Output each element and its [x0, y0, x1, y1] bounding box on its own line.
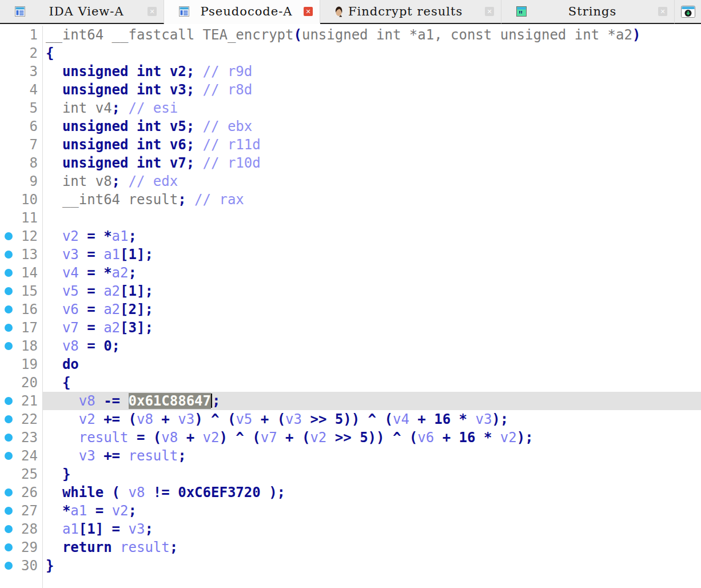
code-text[interactable]: __int64 result; // rax: [43, 190, 701, 209]
code-token[interactable]: v4: [62, 265, 79, 281]
code-filler[interactable]: [43, 575, 701, 588]
code-text[interactable]: v2 = *a1;: [43, 227, 701, 245]
code-token[interactable]: v4: [393, 411, 409, 427]
code-token[interactable]: int v4: [62, 100, 112, 116]
code-token[interactable]: = *: [79, 265, 112, 281]
breakpoint-dot-icon[interactable]: [5, 287, 13, 295]
code-token[interactable]: = *: [79, 228, 112, 244]
code-text[interactable]: unsigned int v2; // r9d: [43, 62, 701, 81]
code-token[interactable]: __int64 result: [62, 192, 178, 208]
code-token[interactable]: int v8: [62, 173, 112, 189]
code-text[interactable]: unsigned int v5; // ebx: [43, 117, 701, 136]
code-text[interactable]: {: [43, 44, 701, 62]
breakpoint-dot-icon[interactable]: [5, 488, 13, 496]
code-token[interactable]: = (: [129, 430, 162, 446]
code-text[interactable]: v2 += (v8 + v3) ^ (v5 + (v3 >> 5)) ^ (v4…: [43, 410, 701, 428]
code-text[interactable]: __int64 __fastcall TEA_encrypt(unsigned …: [43, 26, 701, 44]
code-line-12[interactable]: 12 v2 = *a1;: [0, 227, 701, 245]
code-token[interactable]: do: [62, 356, 79, 372]
tab-close-icon[interactable]: ✕: [148, 7, 157, 16]
code-token[interactable]: v2: [62, 228, 79, 244]
code-token[interactable]: v8: [137, 411, 153, 427]
code-token[interactable]: a1: [62, 521, 79, 537]
code-token[interactable]: >> 5)) ^ (: [326, 430, 417, 446]
code-text[interactable]: }: [43, 465, 701, 483]
code-token[interactable]: v6: [62, 301, 79, 317]
tab-close-icon[interactable]: ✕: [485, 7, 494, 16]
breakpoint-dot-icon[interactable]: [5, 305, 13, 313]
code-line-19[interactable]: 19 do: [0, 355, 701, 374]
code-token[interactable]: +=: [95, 448, 129, 464]
code-token[interactable]: ): [632, 27, 640, 43]
code-token[interactable]: a1: [70, 503, 87, 519]
code-token[interactable]: ;: [129, 503, 137, 519]
code-text[interactable]: [43, 209, 701, 227]
code-token[interactable]: }: [62, 466, 70, 482]
code-token[interactable]: v2: [203, 430, 220, 446]
code-text[interactable]: unsigned int v3; // r8d: [43, 81, 701, 99]
code-text[interactable]: v5 = a2[1];: [43, 282, 701, 300]
code-token[interactable]: =: [79, 301, 103, 317]
code-token[interactable]: = 0;: [79, 338, 120, 354]
breakpoint-dot-icon[interactable]: [5, 251, 13, 259]
code-token[interactable]: __int64 __fastcall TEA_encrypt: [46, 27, 293, 43]
code-token[interactable]: a1: [103, 247, 120, 263]
code-token[interactable]: // r8d: [194, 82, 252, 98]
code-line-8[interactable]: 8 unsigned int v7; // r10d: [0, 154, 701, 172]
code-token[interactable]: -=: [95, 393, 129, 409]
code-token[interactable]: v3: [285, 411, 302, 427]
code-token[interactable]: result: [79, 430, 129, 446]
code-token[interactable]: // rax: [186, 192, 244, 208]
code-line-17[interactable]: 17 v7 = a2[3];: [0, 319, 701, 337]
tab-close-icon[interactable]: ✕: [304, 7, 313, 16]
code-token[interactable]: unsigned int v3;: [62, 82, 194, 98]
code-line-1[interactable]: 1__int64 __fastcall TEA_encrypt(unsigned…: [0, 26, 701, 44]
code-token[interactable]: ;: [129, 228, 137, 244]
selected-token[interactable]: 0x61C88647: [129, 393, 212, 409]
code-text[interactable]: v3 = a1[1];: [43, 245, 701, 264]
breakpoint-dot-icon[interactable]: [5, 324, 13, 332]
tab-ida-view-a[interactable]: IDA View-A✕: [0, 0, 164, 24]
code-token[interactable]: v8: [79, 393, 95, 409]
code-token[interactable]: *: [62, 503, 70, 519]
code-token[interactable]: // edx: [120, 173, 178, 189]
code-token[interactable]: a2: [103, 320, 120, 336]
code-token[interactable]: v2: [79, 411, 95, 427]
code-token[interactable]: result: [129, 448, 178, 464]
code-text[interactable]: result = (v8 + v2) ^ (v7 + (v2 >> 5)) ^ …: [43, 428, 701, 447]
code-text[interactable]: v6 = a2[2];: [43, 300, 701, 319]
code-text[interactable]: int v4; // esi: [43, 99, 701, 117]
code-line-5[interactable]: 5 int v4; // esi: [0, 99, 701, 117]
code-token[interactable]: unsigned int v2;: [62, 63, 194, 80]
code-token[interactable]: a2: [103, 283, 120, 299]
code-line-16[interactable]: 16 v6 = a2[2];: [0, 300, 701, 319]
code-token[interactable]: ;: [129, 265, 137, 281]
breakpoint-dot-icon[interactable]: [5, 452, 13, 460]
code-line-26[interactable]: 26 while ( v8 != 0xC6EF3720 );: [0, 483, 701, 502]
code-token[interactable]: != 0xC6EF3720 );: [145, 484, 285, 500]
code-token[interactable]: ) ^ (: [194, 411, 236, 427]
code-text[interactable]: int v8; // edx: [43, 172, 701, 190]
code-line-3[interactable]: 3 unsigned int v2; // r9d: [0, 62, 701, 81]
code-text[interactable]: {: [43, 374, 701, 392]
code-token[interactable]: );: [517, 430, 533, 446]
code-line-21[interactable]: 21 v8 -= 0x61C88647;: [0, 392, 701, 410]
breakpoint-dot-icon[interactable]: [5, 415, 13, 423]
code-text[interactable]: do: [43, 355, 701, 374]
code-token[interactable]: += (: [95, 411, 137, 427]
code-line-20[interactable]: 20 {: [0, 374, 701, 392]
code-token[interactable]: v8: [161, 430, 178, 446]
breakpoint-dot-icon[interactable]: [5, 543, 13, 551]
code-token[interactable]: [3];: [120, 320, 153, 336]
code-token[interactable]: // esi: [120, 100, 178, 116]
tab-close-icon[interactable]: ✕: [658, 7, 667, 16]
code-line-9[interactable]: 9 int v8; // edx: [0, 172, 701, 190]
code-line-27[interactable]: 27 *a1 = v2;: [0, 502, 701, 520]
code-line-13[interactable]: 13 v3 = a1[1];: [0, 245, 701, 264]
code-token[interactable]: v3: [129, 521, 145, 537]
code-token[interactable]: result: [120, 539, 170, 555]
window-list-icon[interactable]: [675, 0, 701, 24]
code-text[interactable]: return result;: [43, 538, 701, 557]
code-token[interactable]: v2: [310, 430, 326, 446]
code-token[interactable]: v8: [62, 338, 79, 354]
